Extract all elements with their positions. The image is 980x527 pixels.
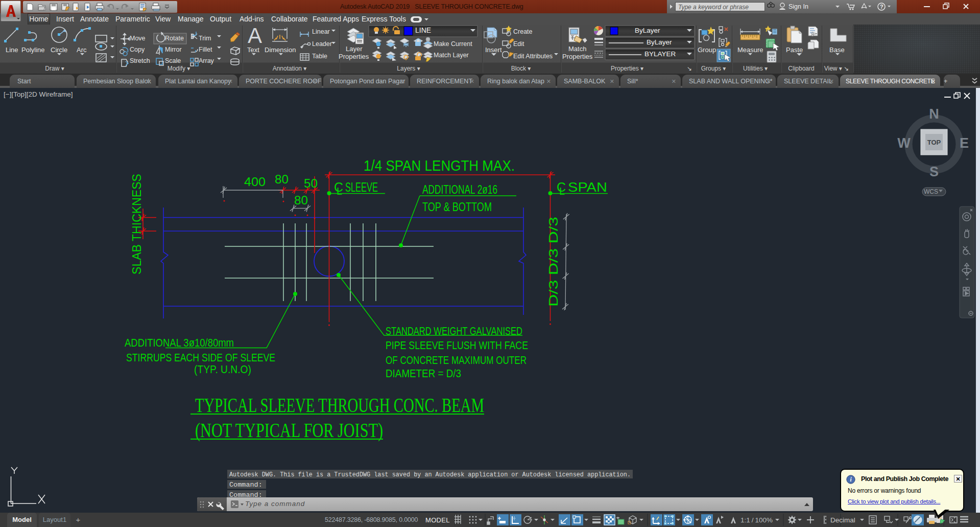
svg-text:TOP & BOTTOM: TOP & BOTTOM [422, 200, 492, 214]
svg-text:ADDITIONAL 3ø10/80mm: ADDITIONAL 3ø10/80mm [125, 336, 234, 349]
svg-text:Autodesk DWG. This file is a: Autodesk DWG. This file is a TrustedDWG … [229, 471, 631, 478]
svg-text:PIPE SLEEVE FLUSH WITH FACE: PIPE SLEEVE FLUSH WITH FACE [386, 339, 528, 352]
svg-text:S: S [929, 164, 939, 179]
svg-text:?: ? [880, 4, 883, 10]
svg-text:80: 80 [294, 193, 308, 207]
svg-text:1:1/100%: 1:1/100% [740, 516, 773, 524]
svg-text:Sign In: Sign In [788, 3, 808, 10]
svg-text:(NOT TYPICAL FOR JOIST): (NOT TYPICAL FOR JOIST) [195, 419, 383, 442]
svg-text:STIRRUPS EACH SIDE OF SLEEVE: STIRRUPS EACH SIDE OF SLEEVE [126, 351, 275, 364]
svg-text:E: E [960, 135, 969, 151]
svg-text:80: 80 [275, 172, 289, 186]
svg-text:SPAN: SPAN [568, 180, 607, 194]
svg-text:Decimal: Decimal [830, 516, 855, 524]
svg-text:WCS: WCS [924, 188, 938, 195]
svg-text:W: W [897, 135, 911, 151]
svg-text:L: L [559, 186, 565, 197]
svg-text:1/4 SPAN LENGTH MAX.: 1/4 SPAN LENGTH MAX. [364, 157, 515, 174]
svg-text:D/3 D/3 D/3: D/3 D/3 D/3 [546, 217, 560, 307]
svg-text:STANDARD WEIGHT GALVANISED: STANDARD WEIGHT GALVANISED [386, 325, 522, 337]
svg-text:SLAB THICKNESS: SLAB THICKNESS [130, 174, 144, 274]
svg-text:ADDITIONAL 2ø16: ADDITIONAL 2ø16 [422, 182, 497, 196]
svg-text:Command:: Command: [229, 481, 262, 489]
svg-text:TYPICAL SLEEVE THROUGH CONC. B: TYPICAL SLEEVE THROUGH CONC. BEAM [195, 394, 484, 417]
svg-text:TOP: TOP [927, 139, 941, 146]
svg-text:DIAMETER = D/3: DIAMETER = D/3 [386, 367, 461, 380]
svg-text:A: A [248, 25, 262, 48]
svg-text:400: 400 [244, 175, 266, 189]
svg-text:L: L [337, 186, 342, 197]
svg-text:N: N [929, 106, 939, 122]
svg-text:(TYP. U.N.O): (TYP. U.N.O) [194, 363, 251, 376]
svg-text:50: 50 [304, 176, 318, 190]
svg-text:OF CONCRETE MAXIMUM OUTER: OF CONCRETE MAXIMUM OUTER [386, 354, 527, 366]
svg-text:SLEEVE: SLEEVE [345, 180, 378, 194]
